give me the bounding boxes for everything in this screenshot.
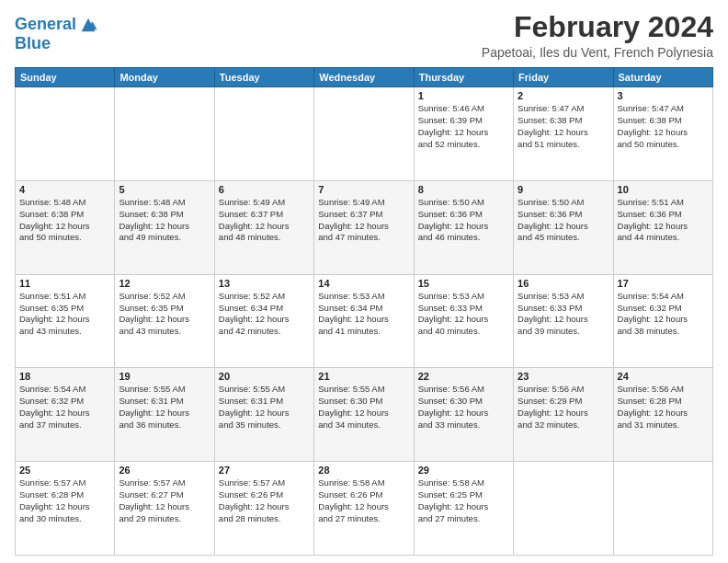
day-number: 29	[418, 465, 509, 476]
day-info: Sunrise: 5:53 AM Sunset: 6:33 PM Dayligh…	[418, 291, 509, 338]
calendar-cell	[115, 87, 214, 181]
calendar-cell: 7Sunrise: 5:49 AM Sunset: 6:37 PM Daylig…	[314, 180, 414, 274]
calendar-cell: 23Sunrise: 5:56 AM Sunset: 6:29 PM Dayli…	[514, 368, 613, 462]
day-info: Sunrise: 5:50 AM Sunset: 6:36 PM Dayligh…	[518, 197, 609, 244]
day-info: Sunrise: 5:54 AM Sunset: 6:32 PM Dayligh…	[19, 384, 110, 431]
day-number: 7	[318, 184, 409, 195]
header-sunday: Sunday	[16, 68, 115, 87]
day-number: 27	[219, 465, 310, 476]
day-number: 21	[318, 371, 409, 382]
calendar-week-5: 25Sunrise: 5:57 AM Sunset: 6:28 PM Dayli…	[16, 462, 713, 556]
day-info: Sunrise: 5:53 AM Sunset: 6:33 PM Dayligh…	[518, 291, 609, 338]
calendar-week-4: 18Sunrise: 5:54 AM Sunset: 6:32 PM Dayli…	[16, 368, 713, 462]
day-info: Sunrise: 5:46 AM Sunset: 6:39 PM Dayligh…	[418, 103, 509, 150]
day-number: 24	[618, 371, 709, 382]
day-info: Sunrise: 5:49 AM Sunset: 6:37 PM Dayligh…	[318, 197, 409, 244]
calendar-cell	[214, 87, 313, 181]
header-tuesday: Tuesday	[214, 68, 313, 87]
day-number: 26	[119, 465, 210, 476]
day-info: Sunrise: 5:57 AM Sunset: 6:26 PM Dayligh…	[219, 477, 310, 524]
calendar-cell: 27Sunrise: 5:57 AM Sunset: 6:26 PM Dayli…	[214, 462, 313, 556]
day-number: 23	[518, 371, 609, 382]
calendar-cell: 9Sunrise: 5:50 AM Sunset: 6:36 PM Daylig…	[514, 180, 613, 274]
main-title: February 2024	[482, 11, 713, 43]
day-number: 19	[119, 371, 210, 382]
day-number: 16	[518, 278, 609, 289]
day-number: 8	[418, 184, 509, 195]
day-number: 25	[19, 465, 110, 476]
day-number: 15	[418, 278, 509, 289]
calendar-cell: 4Sunrise: 5:48 AM Sunset: 6:38 PM Daylig…	[16, 180, 115, 274]
day-number: 18	[19, 371, 110, 382]
day-info: Sunrise: 5:57 AM Sunset: 6:28 PM Dayligh…	[19, 477, 110, 524]
calendar-cell	[514, 462, 613, 556]
day-info: Sunrise: 5:47 AM Sunset: 6:38 PM Dayligh…	[518, 103, 609, 150]
calendar-cell: 2Sunrise: 5:47 AM Sunset: 6:38 PM Daylig…	[514, 87, 613, 181]
day-info: Sunrise: 5:57 AM Sunset: 6:27 PM Dayligh…	[119, 477, 210, 524]
day-info: Sunrise: 5:50 AM Sunset: 6:36 PM Dayligh…	[418, 197, 509, 244]
calendar-cell: 3Sunrise: 5:47 AM Sunset: 6:38 PM Daylig…	[613, 87, 712, 181]
day-number: 6	[219, 184, 310, 195]
day-number: 10	[618, 184, 709, 195]
calendar-cell: 28Sunrise: 5:58 AM Sunset: 6:26 PM Dayli…	[314, 462, 414, 556]
calendar-cell: 14Sunrise: 5:53 AM Sunset: 6:34 PM Dayli…	[314, 274, 414, 368]
calendar-cell: 25Sunrise: 5:57 AM Sunset: 6:28 PM Dayli…	[16, 462, 115, 556]
day-number: 28	[318, 465, 409, 476]
day-number: 12	[119, 278, 210, 289]
page: General Blue February 2024 Papetoai, Ile…	[0, 0, 728, 563]
calendar-cell: 15Sunrise: 5:53 AM Sunset: 6:33 PM Dayli…	[414, 274, 513, 368]
calendar-cell	[613, 462, 712, 556]
calendar-cell: 6Sunrise: 5:49 AM Sunset: 6:37 PM Daylig…	[214, 180, 313, 274]
header-thursday: Thursday	[414, 68, 513, 87]
calendar-cell: 17Sunrise: 5:54 AM Sunset: 6:32 PM Dayli…	[613, 274, 712, 368]
day-info: Sunrise: 5:55 AM Sunset: 6:31 PM Dayligh…	[119, 384, 210, 431]
calendar-cell: 22Sunrise: 5:56 AM Sunset: 6:30 PM Dayli…	[414, 368, 513, 462]
day-info: Sunrise: 5:55 AM Sunset: 6:30 PM Dayligh…	[318, 384, 409, 431]
calendar-header-row: Sunday Monday Tuesday Wednesday Thursday…	[16, 68, 713, 87]
calendar-cell: 10Sunrise: 5:51 AM Sunset: 6:36 PM Dayli…	[613, 180, 712, 274]
day-info: Sunrise: 5:51 AM Sunset: 6:35 PM Dayligh…	[19, 291, 110, 338]
calendar-cell: 8Sunrise: 5:50 AM Sunset: 6:36 PM Daylig…	[414, 180, 513, 274]
day-info: Sunrise: 5:49 AM Sunset: 6:37 PM Dayligh…	[219, 197, 310, 244]
logo-text-blue: Blue	[15, 35, 98, 53]
calendar-cell: 19Sunrise: 5:55 AM Sunset: 6:31 PM Dayli…	[115, 368, 214, 462]
day-number: 22	[418, 371, 509, 382]
day-number: 5	[119, 184, 210, 195]
logo-text: General	[15, 16, 76, 34]
day-number: 13	[219, 278, 310, 289]
day-number: 3	[618, 90, 709, 101]
day-info: Sunrise: 5:56 AM Sunset: 6:30 PM Dayligh…	[418, 384, 509, 431]
day-info: Sunrise: 5:51 AM Sunset: 6:36 PM Dayligh…	[618, 197, 709, 244]
day-info: Sunrise: 5:55 AM Sunset: 6:31 PM Dayligh…	[219, 384, 310, 431]
calendar-cell: 12Sunrise: 5:52 AM Sunset: 6:35 PM Dayli…	[115, 274, 214, 368]
calendar-cell: 13Sunrise: 5:52 AM Sunset: 6:34 PM Dayli…	[214, 274, 313, 368]
calendar-cell: 5Sunrise: 5:48 AM Sunset: 6:38 PM Daylig…	[115, 180, 214, 274]
calendar-week-3: 11Sunrise: 5:51 AM Sunset: 6:35 PM Dayli…	[16, 274, 713, 368]
calendar-cell: 24Sunrise: 5:56 AM Sunset: 6:28 PM Dayli…	[613, 368, 712, 462]
subtitle: Papetoai, Iles du Vent, French Polynesia	[482, 45, 713, 60]
calendar-cell: 18Sunrise: 5:54 AM Sunset: 6:32 PM Dayli…	[16, 368, 115, 462]
calendar-week-1: 1Sunrise: 5:46 AM Sunset: 6:39 PM Daylig…	[16, 87, 713, 181]
day-info: Sunrise: 5:52 AM Sunset: 6:34 PM Dayligh…	[219, 291, 310, 338]
day-info: Sunrise: 5:52 AM Sunset: 6:35 PM Dayligh…	[119, 291, 210, 338]
day-info: Sunrise: 5:48 AM Sunset: 6:38 PM Dayligh…	[119, 197, 210, 244]
day-number: 4	[19, 184, 110, 195]
calendar-cell: 11Sunrise: 5:51 AM Sunset: 6:35 PM Dayli…	[16, 274, 115, 368]
calendar-cell: 20Sunrise: 5:55 AM Sunset: 6:31 PM Dayli…	[214, 368, 313, 462]
calendar-cell	[16, 87, 115, 181]
day-info: Sunrise: 5:53 AM Sunset: 6:34 PM Dayligh…	[318, 291, 409, 338]
calendar-cell: 26Sunrise: 5:57 AM Sunset: 6:27 PM Dayli…	[115, 462, 214, 556]
header-friday: Friday	[514, 68, 613, 87]
day-number: 20	[219, 371, 310, 382]
logo-icon	[78, 15, 98, 35]
day-info: Sunrise: 5:48 AM Sunset: 6:38 PM Dayligh…	[19, 197, 110, 244]
day-info: Sunrise: 5:58 AM Sunset: 6:26 PM Dayligh…	[318, 477, 409, 524]
day-number: 14	[318, 278, 409, 289]
day-info: Sunrise: 5:47 AM Sunset: 6:38 PM Dayligh…	[618, 103, 709, 150]
day-info: Sunrise: 5:56 AM Sunset: 6:28 PM Dayligh…	[618, 384, 709, 431]
day-number: 11	[19, 278, 110, 289]
day-number: 2	[518, 90, 609, 101]
header-monday: Monday	[115, 68, 214, 87]
logo: General Blue	[15, 15, 98, 53]
calendar-cell: 29Sunrise: 5:58 AM Sunset: 6:25 PM Dayli…	[414, 462, 513, 556]
